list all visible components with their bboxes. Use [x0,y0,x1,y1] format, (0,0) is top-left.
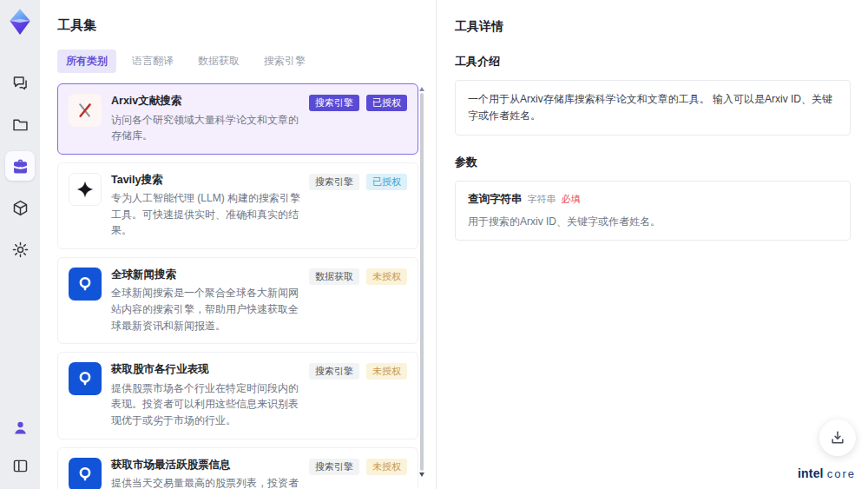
diamond-logo-icon [5,7,35,36]
intro-box: 一个用于从Arxiv存储库搜索科学论文和文章的工具。 输入可以是Arxiv ID… [455,80,851,135]
tool-detail-panel: 工具详情 工具介绍 一个用于从Arxiv存储库搜索科学论文和文章的工具。 输入可… [437,0,868,489]
sidebar-bottom [5,413,35,480]
auth-badge: 已授权 [366,95,407,111]
intel-core-logo: intel core [798,466,856,480]
category-badge: 搜索引擎 [309,459,359,475]
scroll-up-arrow[interactable] [419,87,424,91]
tool-description: 提供当天交易量最高的股票列表，投资者可以利用这些信息来识别流动性强的股票和潜在的… [111,475,306,489]
cube-icon [11,199,30,217]
tab-translation[interactable]: 语言翻译 [123,50,182,73]
tool-description: 提供股票市场各个行业在特定时间段内的表现。投资者可以利用这些信息来识别表现优于或… [111,380,306,429]
blue-q-icon [69,362,102,395]
tool-title: Tavily搜索 [111,173,306,188]
sidebar-item-panel-toggle[interactable] [5,451,35,480]
tavily-star-icon [69,173,102,206]
param-description: 用于搜索的Arxiv ID、关键字或作者姓名。 [468,214,838,229]
tool-card-global-news[interactable]: 全球新闻搜索 全球新闻搜索是一个聚合全球各大新闻网站内容的搜索引擎，帮助用户快速… [57,257,418,344]
list-scrollbar[interactable] [419,87,424,480]
sidebar-item-files[interactable] [5,109,35,139]
auth-badge: 未授权 [366,363,407,380]
detail-title: 工具详情 [455,19,851,35]
sidebar-item-toolbox[interactable] [5,151,35,181]
chat-icon [11,74,30,92]
tool-title: 全球新闻搜索 [111,268,306,283]
user-icon [11,419,30,437]
tool-description: 专为人工智能代理 (LLM) 构建的搜索引擎工具。可快速提供实时、准确和真实的结… [111,190,306,239]
app-window: 工具集 所有类别 语言翻译 数据获取 搜索引擎 Arxiv文献搜索 访问各个研究… [0,0,868,489]
param-name: 查询字符串 [468,192,523,207]
page-title: 工具集 [57,17,418,34]
param-box: 查询字符串 字符串 必填 用于搜索的Arxiv ID、关键字或作者姓名。 [455,181,851,241]
tab-search-engine[interactable]: 搜索引擎 [255,50,314,73]
sidebar-rail [0,0,40,489]
tool-title: 获取股市各行业表现 [111,362,306,378]
arxiv-x-icon [69,94,102,127]
briefcase-icon [11,157,30,175]
category-tabs: 所有类别 语言翻译 数据获取 搜索引擎 [57,50,418,73]
tab-all-categories[interactable]: 所有类别 [57,50,116,73]
tool-list: Arxiv文献搜索 访问各个研究领域大量科学论文和文章的存储库。 搜索引擎 已授… [57,83,418,470]
blue-q-icon [69,458,102,489]
intel-wordmark: intel [798,466,824,480]
sidebar-item-settings[interactable] [5,235,35,264]
download-icon [829,429,846,446]
sidebar-item-user[interactable] [5,413,35,442]
tool-description: 访问各个研究领域大量科学论文和文章的存储库。 [111,112,306,144]
tool-card-sector-performance[interactable]: 获取股市各行业表现 提供股票市场各个行业在特定时间段内的表现。投资者可以利用这些… [57,352,418,439]
category-badge: 数据获取 [309,268,359,285]
folder-icon [11,116,30,134]
tool-title: 获取市场最活跃股票信息 [111,458,306,473]
category-badge: 搜索引擎 [309,174,359,190]
tool-title: Arxiv文献搜索 [111,94,306,109]
auth-badge: 已授权 [366,174,407,190]
sidebar-item-chat[interactable] [5,68,35,97]
panel-toggle-icon [11,457,30,475]
scrollbar-thumb[interactable] [420,93,424,471]
scroll-down-arrow[interactable] [419,472,424,477]
auth-badge: 未授权 [366,268,407,285]
tool-card-tavily[interactable]: Tavily搜索 专为人工智能代理 (LLM) 构建的搜索引擎工具。可快速提供实… [57,162,418,249]
intro-heading: 工具介绍 [455,54,851,69]
core-wordmark: core [827,467,856,480]
param-type: 字符串 [528,193,556,206]
tool-card-active-stocks[interactable]: 获取市场最活跃股票信息 提供当天交易量最高的股票列表，投资者可以利用这些信息来识… [57,447,418,489]
tools-panel: 工具集 所有类别 语言翻译 数据获取 搜索引擎 Arxiv文献搜索 访问各个研究… [40,0,437,489]
blue-q-icon [69,268,102,301]
auth-badge: 未授权 [366,459,407,475]
params-heading: 参数 [455,155,851,170]
category-badge: 搜索引擎 [309,363,359,380]
download-button[interactable] [819,420,856,456]
sidebar-nav [5,68,35,264]
app-logo[interactable] [5,7,35,36]
param-required-badge: 必填 [562,193,581,206]
tool-description: 全球新闻搜索是一个聚合全球各大新闻网站内容的搜索引擎，帮助用户快速获取全球最新资… [111,285,306,334]
category-badge: 搜索引擎 [309,95,359,111]
tool-card-arxiv[interactable]: Arxiv文献搜索 访问各个研究领域大量科学论文和文章的存储库。 搜索引擎 已授… [57,83,418,155]
tab-data-fetch[interactable]: 数据获取 [189,50,248,73]
gear-icon [11,241,30,259]
sidebar-item-packages[interactable] [5,193,35,222]
